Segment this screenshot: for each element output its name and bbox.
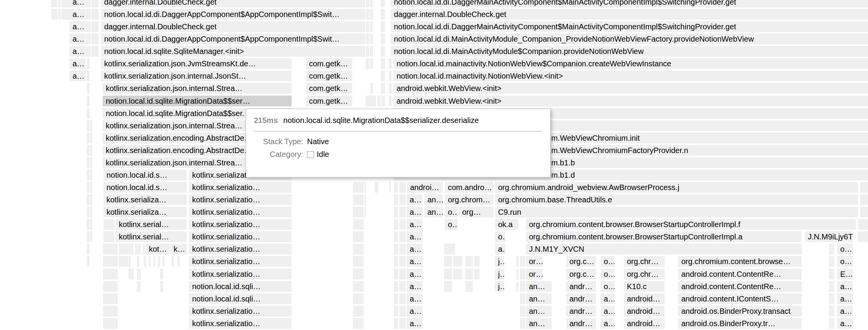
stack-frame[interactable] <box>90 219 92 230</box>
stack-frame[interactable] <box>381 46 385 57</box>
stack-frame[interactable]: notion.local.id.mainactivity.NotionWebVi… <box>393 71 868 81</box>
stack-frame[interactable]: android.content.ContentRe… <box>678 281 802 292</box>
stack-frame[interactable]: androi… <box>407 182 443 193</box>
stack-frame[interactable] <box>103 244 118 254</box>
stack-frame[interactable]: kotlinx.serializatio… <box>189 231 292 242</box>
stack-frame[interactable] <box>399 281 406 292</box>
stack-frame[interactable] <box>465 256 473 267</box>
stack-frame[interactable]: a… <box>407 293 422 304</box>
stack-frame[interactable] <box>399 269 406 279</box>
stack-frame[interactable] <box>128 269 134 279</box>
stack-frame[interactable] <box>399 194 406 205</box>
stack-frame[interactable]: com.getk… <box>306 71 352 81</box>
stack-frame[interactable]: o… <box>601 256 615 267</box>
stack-frame[interactable] <box>365 194 366 205</box>
stack-frame[interactable]: org.chr… <box>624 256 665 267</box>
stack-frame[interactable]: notion.local.id.di.DaggerAppComponent$Ap… <box>101 9 365 20</box>
stack-frame[interactable] <box>87 58 90 69</box>
stack-frame[interactable] <box>90 194 92 205</box>
stack-frame[interactable]: a… <box>407 256 422 267</box>
stack-frame[interactable] <box>86 0 91 7</box>
stack-frame[interactable]: a… <box>601 293 615 304</box>
stack-frame[interactable] <box>389 58 392 69</box>
stack-frame[interactable]: k… <box>171 244 187 254</box>
stack-frame[interactable] <box>829 293 834 304</box>
stack-frame[interactable]: o… <box>495 231 505 242</box>
stack-frame[interactable]: a… <box>69 0 86 7</box>
stack-frame[interactable] <box>394 182 398 193</box>
stack-frame[interactable] <box>394 318 398 329</box>
stack-frame[interactable] <box>399 207 406 217</box>
stack-frame[interactable] <box>149 256 151 267</box>
stack-frame[interactable] <box>370 9 373 20</box>
stack-frame[interactable] <box>103 231 115 242</box>
stack-frame[interactable]: an… <box>424 194 443 205</box>
stack-frame[interactable]: kotlinx.serializatio… <box>189 306 292 317</box>
stack-frame[interactable] <box>399 293 406 304</box>
stack-frame[interactable] <box>444 256 452 267</box>
stack-frame[interactable]: K10.c <box>624 281 665 292</box>
stack-frame[interactable] <box>138 244 141 254</box>
stack-frame[interactable]: o… <box>837 244 853 254</box>
stack-frame[interactable] <box>474 256 480 267</box>
stack-frame[interactable] <box>90 145 92 156</box>
stack-frame[interactable] <box>87 83 90 94</box>
stack-frame[interactable]: kotlinx.serializatio… <box>189 244 292 254</box>
stack-frame[interactable] <box>444 281 452 292</box>
stack-frame[interactable] <box>394 194 398 205</box>
stack-frame[interactable]: kot… <box>146 244 170 254</box>
stack-frame[interactable] <box>444 244 455 254</box>
stack-frame[interactable]: a… <box>69 9 86 20</box>
stack-frame[interactable]: kotlinx.serializatio… <box>189 256 292 267</box>
stack-frame[interactable] <box>87 71 90 81</box>
stack-frame[interactable]: notion.local.id.di.DaggerAppComponent$Ap… <box>101 34 365 44</box>
stack-frame[interactable] <box>137 281 141 292</box>
stack-frame[interactable]: org.chrom… <box>445 194 493 205</box>
stack-frame[interactable]: notion.local.id.sqlite.SqliteManager.<in… <box>101 46 365 57</box>
stack-frame[interactable] <box>86 46 91 57</box>
stack-frame[interactable]: a… <box>601 306 615 317</box>
stack-frame[interactable] <box>353 318 364 329</box>
stack-frame[interactable] <box>394 281 398 292</box>
stack-frame[interactable]: a… <box>495 244 505 254</box>
stack-frame[interactable]: a… <box>407 269 422 279</box>
stack-frame[interactable]: a… <box>407 244 422 254</box>
stack-frame[interactable]: org.chromium.content.browser.BrowserStar… <box>526 231 802 242</box>
stack-frame[interactable]: a… <box>69 21 86 32</box>
stack-frame[interactable] <box>353 244 364 254</box>
stack-frame[interactable]: android.os.BinderProxy.transact <box>678 306 802 317</box>
stack-frame[interactable]: an… <box>526 306 552 317</box>
stack-frame[interactable] <box>87 182 90 193</box>
stack-frame[interactable] <box>465 269 473 279</box>
stack-frame[interactable]: a… <box>69 71 86 81</box>
stack-frame[interactable] <box>365 182 366 193</box>
stack-frame[interactable] <box>453 256 462 267</box>
stack-frame[interactable]: C9.run <box>495 207 858 217</box>
stack-frame[interactable]: j… <box>495 269 504 279</box>
stack-frame[interactable] <box>51 9 57 20</box>
stack-frame[interactable]: notion.local.id.di.MainActivityModule$Co… <box>391 46 868 57</box>
stack-frame[interactable]: kotlinx.serializatio… <box>189 269 292 279</box>
stack-frame[interactable] <box>516 256 518 267</box>
stack-frame[interactable] <box>474 269 480 279</box>
stack-frame[interactable] <box>162 256 165 267</box>
stack-frame[interactable] <box>153 256 155 267</box>
stack-frame[interactable] <box>87 96 90 106</box>
stack-frame[interactable]: org… <box>459 207 493 217</box>
stack-frame[interactable]: android.content.ContentRe… <box>678 269 802 279</box>
stack-frame[interactable] <box>353 256 364 267</box>
stack-frame[interactable]: E… <box>837 269 853 279</box>
stack-frame[interactable]: kotlinx.serializa… <box>103 194 187 205</box>
stack-frame[interactable] <box>394 256 398 267</box>
stack-frame[interactable] <box>399 219 406 230</box>
stack-frame[interactable]: or… <box>526 269 543 279</box>
stack-frame[interactable] <box>58 0 61 7</box>
stack-frame[interactable]: kotlinx.serialization.json.internal.Json… <box>101 71 292 81</box>
stack-frame[interactable] <box>399 244 406 254</box>
stack-frame[interactable] <box>91 9 99 20</box>
stack-frame[interactable] <box>520 281 525 292</box>
stack-frame[interactable] <box>394 219 398 230</box>
stack-frame[interactable] <box>394 231 398 242</box>
stack-frame[interactable] <box>389 96 392 106</box>
stack-frame[interactable]: org.chromium.content.browser.BrowserStar… <box>526 219 856 230</box>
